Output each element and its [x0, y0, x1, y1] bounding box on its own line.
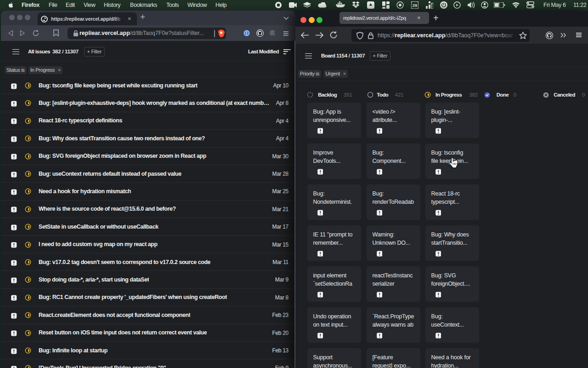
svg-text:29: 29: [413, 3, 418, 8]
